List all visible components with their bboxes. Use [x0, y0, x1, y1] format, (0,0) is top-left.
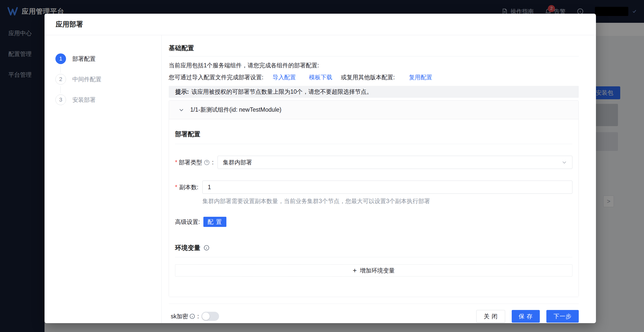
step-deploy-config: 1 部署配置: [55, 53, 96, 64]
step-number: 3: [55, 94, 66, 105]
template-download-link[interactable]: 模板下载: [309, 73, 332, 81]
tip-text: 该应用被授权的可部署节点数量上限为10个，请您不要超限选择节点。: [191, 88, 373, 96]
advanced-settings-label: 高级设置:: [175, 218, 200, 226]
save-button[interactable]: 保 存: [512, 310, 540, 323]
component-title: 1/1-新测试组件(id: newTestModule): [190, 106, 281, 114]
reuse-config-link[interactable]: 复用配置: [409, 73, 432, 81]
sk-encrypt-toggle[interactable]: [201, 312, 219, 321]
component-body: 部署配置 * 部署类型 :: [169, 130, 578, 297]
add-env-var-label: 增加环境变量: [360, 267, 395, 275]
footer-buttons: 关 闭 保 存 下一步: [476, 310, 579, 323]
step-connector: [60, 86, 61, 93]
replicas-input[interactable]: [202, 181, 572, 194]
chevron-down-icon: [179, 107, 184, 113]
replicas-row: * 副本数: 集群内部署需要设置副本数量，当前业务集群3个节点，您最大可以设置3…: [175, 181, 572, 205]
tip-label: 提示:: [175, 88, 189, 96]
question-circle-icon[interactable]: [204, 159, 210, 166]
env-vars-title: 环境变量: [175, 244, 200, 252]
node-limit-tip: 提示: 该应用被授权的可部署节点数量上限为10个，请您不要超限选择节点。: [169, 86, 579, 98]
basic-config-title: 基础配置: [169, 44, 579, 56]
wizard-steps: 1 部署配置 2 中间件配置 3 安装部署: [45, 35, 162, 323]
intro-line-2-text: 您可通过导入配置文件完成部署设置:: [169, 73, 263, 81]
replicas-help-text: 集群内部署需要设置副本数量，当前业务集群3个节点，您最大可以设置3个副本执行部署: [202, 197, 572, 205]
toggle-knob: [202, 313, 210, 320]
close-button[interactable]: 关 闭: [476, 310, 505, 323]
step-install-deploy: 3 安装部署: [55, 94, 96, 105]
required-mark: *: [175, 181, 177, 194]
add-env-var-button[interactable]: + 增加环境变量: [175, 264, 572, 277]
advanced-configure-button[interactable]: 配 置: [203, 217, 226, 227]
deploy-type-select[interactable]: 集群内部署: [218, 156, 572, 169]
chevron-down-icon: [562, 160, 567, 165]
intro-line-2: 您可通过导入配置文件完成部署设置: 导入配置 模板下载 或复用其他版本配置: 复…: [169, 73, 579, 81]
plus-icon: +: [353, 267, 357, 274]
component-collapse-header[interactable]: 1/1-新测试组件(id: newTestModule): [169, 101, 578, 119]
sk-encrypt-group: sk加密 :: [171, 312, 219, 321]
import-config-link[interactable]: 导入配置: [272, 73, 296, 81]
deploy-type-label: 部署类型: [179, 159, 202, 166]
next-button[interactable]: 下一步: [546, 310, 579, 323]
intro-line-1: 当前应用包括1个服务端组件，请您完成各组件的部署配置:: [169, 62, 579, 69]
step-middleware-config: 2 中间件配置: [55, 74, 101, 85]
modal-title-bar: 应用部署: [45, 14, 596, 35]
modal-title: 应用部署: [56, 20, 83, 29]
sk-encrypt-label: sk加密: [171, 313, 188, 320]
required-mark: *: [175, 159, 177, 166]
info-circle-icon[interactable]: [203, 245, 210, 251]
modal-content: 基础配置 当前应用包括1个服务端组件，请您完成各组件的部署配置: 您可通过导入配…: [162, 35, 596, 323]
step-number: 1: [55, 53, 66, 64]
reuse-config-text: 或复用其他版本配置:: [341, 73, 395, 81]
app-deploy-modal: 应用部署 1 部署配置 2 中间件配置 3 安装部署 基础配置 当前应用包括1个…: [45, 14, 596, 323]
step-label: 安装部署: [72, 96, 96, 104]
step-label: 中间件配置: [72, 75, 101, 83]
modal-footer: sk加密 : 关 闭 保 存 下一步: [169, 304, 579, 323]
deploy-config-title: 部署配置: [175, 130, 572, 144]
replicas-label: 副本数:: [179, 181, 198, 194]
advanced-settings-row: 高级设置: 配 置: [175, 217, 572, 227]
env-vars-title-row: 环境变量: [175, 244, 572, 257]
sk-colon: :: [197, 313, 199, 320]
deploy-type-row: * 部署类型 : 集群内部署: [175, 156, 572, 169]
label-colon: :: [212, 159, 213, 166]
step-label: 部署配置: [72, 55, 96, 63]
deploy-type-value: 集群内部署: [223, 159, 252, 166]
component-panel: 1/1-新测试组件(id: newTestModule) 部署配置 * 部署类型: [169, 100, 579, 297]
info-circle-icon[interactable]: [189, 313, 195, 319]
step-connector: [60, 66, 61, 73]
step-number: 2: [55, 74, 66, 85]
